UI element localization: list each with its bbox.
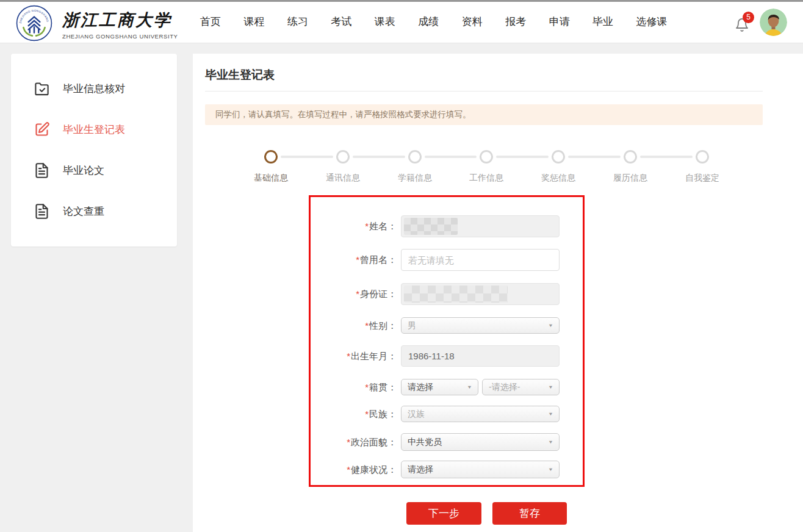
notification-bell[interactable]: 5 [735, 15, 753, 34]
nav-item-grades[interactable]: 成绩 [418, 2, 439, 42]
step-contact-info[interactable]: 通讯信息 [312, 150, 373, 184]
required-mark: * [365, 409, 369, 419]
required-mark: * [356, 254, 359, 265]
folder-check-icon [34, 81, 50, 97]
save-draft-button[interactable]: 暂存 [492, 502, 567, 525]
step-label: 学籍信息 [384, 173, 445, 184]
field-label-health-status: *健康状况： [281, 461, 397, 478]
required-mark: * [347, 464, 350, 475]
step-circle [552, 150, 565, 164]
nav-item-electives[interactable]: 选修课 [636, 2, 668, 42]
sidebar-item-label: 毕业信息核对 [63, 82, 125, 96]
avatar-image-icon [760, 9, 787, 36]
sidebar-item-graduate-registration-form[interactable]: 毕业生登记表 [11, 109, 177, 150]
document-icon [34, 203, 50, 220]
step-circle [696, 150, 709, 164]
nav-item-courses[interactable]: 课程 [243, 2, 264, 42]
field-label-birth-date: *出生年月： [281, 345, 397, 367]
field-label-gender: *性别： [281, 317, 397, 334]
sidebar-item-graduation-thesis[interactable]: 毕业论文 [11, 150, 177, 191]
field-label-name: *姓名： [281, 215, 397, 237]
next-step-button[interactable]: 下一步 [406, 502, 481, 525]
nav-item-home[interactable]: 首页 [200, 2, 221, 42]
page-title: 毕业生登记表 [205, 67, 275, 83]
field-label-political-status: *政治面貌： [281, 433, 397, 451]
nav-item-schedule[interactable]: 课表 [375, 2, 395, 42]
name-field [401, 215, 560, 237]
step-label: 自我鉴定 [672, 173, 733, 184]
required-mark: * [365, 221, 369, 231]
privacy-blur [404, 218, 458, 235]
nav-item-materials[interactable]: 资料 [462, 2, 483, 42]
id-number-field [401, 283, 560, 305]
step-label: 奖惩信息 [528, 173, 589, 184]
step-rewards-punishments-info[interactable]: 奖惩信息 [528, 150, 589, 184]
notice-banner: 同学们，请认真填写。在填写过程中，请严格按照格式要求进行填写。 [205, 104, 763, 125]
nav-item-graduation[interactable]: 毕业 [592, 2, 613, 42]
chevron-down-icon: ▼ [548, 462, 553, 476]
edit-icon [34, 121, 50, 138]
chevron-down-icon: ▼ [548, 319, 553, 332]
nav-item-practice[interactable]: 练习 [287, 2, 308, 42]
main-panel: 毕业生登记表 同学们，请认真填写。在填写过程中，请严格按照格式要求进行填写。 基… [193, 54, 803, 532]
political-status-select[interactable]: 中共党员 ▼ [401, 433, 560, 451]
step-work-info[interactable]: 工作信息 [456, 150, 517, 184]
title-divider [205, 91, 763, 92]
sidebar-item-label: 论文查重 [63, 204, 104, 218]
required-mark: * [365, 320, 369, 331]
university-name-zh: 浙江工商大学 [62, 9, 178, 31]
field-label-id-number: *身份证： [281, 283, 397, 305]
field-label-ethnicity: *民族： [281, 406, 397, 422]
required-mark: * [356, 289, 359, 299]
university-logo-icon: ZHEJIANG GONGSHANG UNIVERSITY [16, 5, 52, 41]
sidebar-item-thesis-plagiarism-check[interactable]: 论文查重 [11, 191, 177, 232]
step-resume-info[interactable]: 履历信息 [600, 150, 661, 184]
sidebar-item-label: 毕业论文 [63, 164, 104, 178]
health-status-select[interactable]: 请选择 ▼ [401, 461, 560, 478]
privacy-blur [404, 286, 508, 303]
step-student-status-info[interactable]: 学籍信息 [384, 150, 445, 184]
step-label: 通讯信息 [312, 173, 373, 184]
step-label: 工作信息 [456, 173, 517, 184]
native-place-province-select[interactable]: 请选择 ▼ [401, 379, 478, 395]
step-circle [336, 150, 350, 164]
field-label-former-name: *曾用名： [281, 249, 397, 271]
chevron-down-icon: ▼ [548, 381, 553, 394]
chevron-down-icon: ▼ [548, 408, 553, 420]
nav-item-exams[interactable]: 考试 [331, 2, 351, 42]
step-label: 基础信息 [240, 173, 301, 184]
required-mark: * [347, 437, 350, 447]
nav-item-apply[interactable]: 申请 [549, 2, 570, 42]
required-mark: * [365, 382, 369, 392]
chevron-down-icon: ▼ [467, 381, 472, 394]
user-avatar[interactable] [760, 9, 787, 36]
main-nav: 首页 课程 练习 考试 课表 成绩 资料 报考 申请 毕业 选修课 [200, 2, 688, 43]
sidebar-item-label: 毕业生登记表 [63, 123, 125, 137]
birth-date-field: 1986-11-18 [401, 345, 560, 367]
step-circle [264, 150, 278, 164]
step-basic-info[interactable]: 基础信息 [240, 150, 301, 184]
native-place-city-select: -请选择- ▼ [482, 379, 560, 395]
chevron-down-icon: ▼ [548, 435, 553, 449]
sidebar-item-graduation-info-check[interactable]: 毕业信息核对 [11, 68, 177, 109]
ethnicity-select: 汉族 ▼ [401, 406, 560, 422]
step-label: 履历信息 [600, 173, 661, 184]
university-name: 浙江工商大学 ZHEJIANG GONGSHANG UNIVERSITY [62, 9, 178, 40]
notification-count-badge: 5 [743, 12, 754, 23]
header-bar: ZHEJIANG GONGSHANG UNIVERSITY 浙江工商大学 ZHE… [0, 2, 803, 43]
gender-select: 男 ▼ [401, 317, 560, 334]
sidebar: 毕业信息核对 毕业生登记表 毕业论文 论文查重 [11, 54, 177, 246]
required-mark: * [347, 351, 350, 361]
step-circle [408, 150, 422, 164]
step-circle [624, 150, 637, 164]
university-name-en: ZHEJIANG GONGSHANG UNIVERSITY [62, 33, 178, 40]
step-circle [480, 150, 493, 164]
document-icon [34, 162, 50, 179]
step-self-assessment[interactable]: 自我鉴定 [672, 150, 733, 184]
nav-item-register[interactable]: 报考 [505, 2, 526, 42]
field-label-native-place: *籍贯： [281, 379, 397, 395]
former-name-input[interactable] [401, 249, 560, 271]
